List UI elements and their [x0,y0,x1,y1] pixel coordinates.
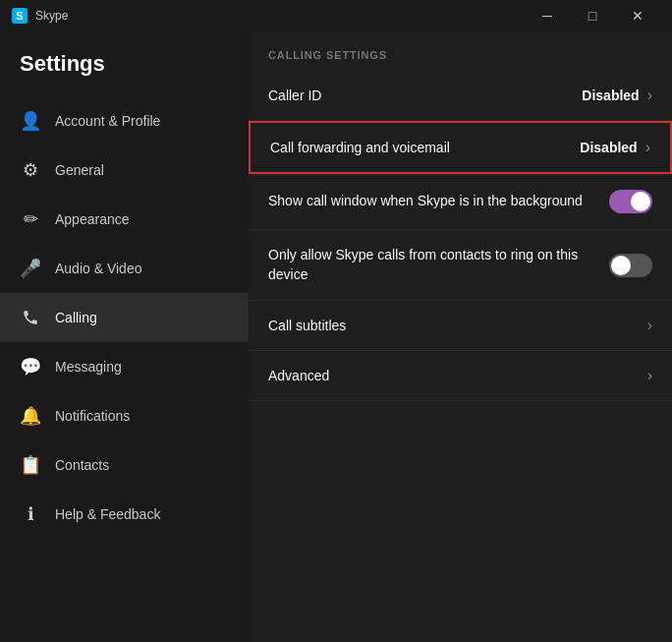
show-call-window-row[interactable]: Show call window when Skype is in the ba… [249,174,672,230]
sidebar-item-label-contacts: Contacts [55,457,109,473]
call-forwarding-chevron: › [645,139,650,156]
toggle-knob-on [631,192,650,211]
sidebar-title: Settings [0,51,249,96]
only-allow-toggle[interactable] [609,254,652,277]
sidebar-item-label-help: Help & Feedback [55,506,160,522]
caller-id-value: Disabled [582,88,639,103]
sidebar-item-label-notifications: Notifications [55,408,130,424]
sidebar-item-calling[interactable]: Calling [0,293,249,342]
sidebar-item-label-account: Account & Profile [55,113,160,129]
title-bar-controls: ─ □ ✕ [525,0,660,31]
app-body: Settings 👤 Account & Profile ⚙ General ✏… [0,31,672,642]
sidebar-item-label-messaging: Messaging [55,359,122,375]
account-icon: 👤 [20,110,41,132]
only-allow-row[interactable]: Only allow Skype calls from contacts to … [249,230,672,301]
call-subtitles-chevron: › [647,317,652,334]
general-icon: ⚙ [20,159,41,181]
advanced-chevron: › [647,367,652,384]
sidebar-item-contacts[interactable]: 📋 Contacts [0,440,249,490]
call-forwarding-value: Disabled [580,140,637,155]
sidebar-item-notifications[interactable]: 🔔 Notifications [0,391,249,440]
sidebar-item-label-audio-video: Audio & Video [55,261,141,276]
toggle-knob-off [611,256,631,275]
call-forwarding-label: Call forwarding and voicemail [270,140,580,155]
show-call-window-label: Show call window when Skype is in the ba… [268,192,609,211]
sidebar-item-help[interactable]: ℹ Help & Feedback [0,490,249,539]
help-icon: ℹ [20,503,41,525]
close-button[interactable]: ✕ [615,0,660,31]
sidebar-item-label-general: General [55,162,104,178]
sidebar-item-label-calling: Calling [55,310,97,325]
sidebar: Settings 👤 Account & Profile ⚙ General ✏… [0,31,249,642]
sidebar-item-account[interactable]: 👤 Account & Profile [0,96,249,146]
app-icon: S [12,8,28,24]
sidebar-item-messaging[interactable]: 💬 Messaging [0,342,249,391]
advanced-row[interactable]: Advanced › [249,351,672,401]
sidebar-item-appearance[interactable]: ✏ Appearance [0,195,249,244]
call-forwarding-row[interactable]: Call forwarding and voicemail Disabled › [249,121,672,174]
show-call-window-toggle[interactable] [609,190,652,213]
appearance-icon: ✏ [20,208,41,230]
messaging-icon: 💬 [20,356,41,378]
only-allow-label: Only allow Skype calls from contacts to … [268,246,609,284]
sidebar-item-general[interactable]: ⚙ General [0,146,249,195]
caller-id-chevron: › [647,87,652,104]
call-subtitles-label: Call subtitles [268,318,647,333]
advanced-label: Advanced [268,368,647,383]
caller-id-row[interactable]: Caller ID Disabled › [249,71,672,121]
title-bar: S Skype ─ □ ✕ [0,0,672,31]
calling-icon [20,307,41,328]
title-bar-left: S Skype [12,8,525,24]
content-panel: CALLING SETTINGS Caller ID Disabled › Ca… [249,31,672,642]
contacts-icon: 📋 [20,454,41,476]
minimize-button[interactable]: ─ [525,0,570,31]
call-subtitles-row[interactable]: Call subtitles › [249,301,672,351]
title-bar-title: Skype [35,9,68,23]
sidebar-item-audio-video[interactable]: 🎤 Audio & Video [0,244,249,293]
section-header: CALLING SETTINGS [249,31,672,71]
notifications-icon: 🔔 [20,405,41,427]
maximize-button[interactable]: □ [570,0,615,31]
audio-video-icon: 🎤 [20,258,41,279]
sidebar-item-label-appearance: Appearance [55,211,130,227]
caller-id-label: Caller ID [268,88,582,103]
